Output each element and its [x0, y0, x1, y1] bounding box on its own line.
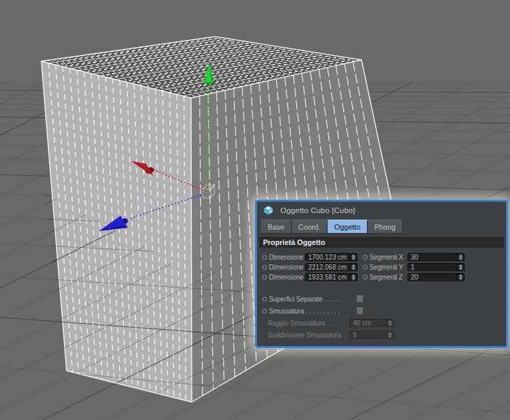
dimension-y-field[interactable]: 2212.068 cm — [305, 263, 358, 272]
anim-dot[interactable] — [363, 255, 368, 260]
fillet-radius-field: 40 cm — [350, 319, 394, 328]
segments-x-field[interactable]: 30 — [407, 253, 465, 262]
param-label: Segmenti Y — [370, 264, 407, 271]
fillet-checkbox[interactable] — [356, 308, 364, 315]
attribute-manager-panel: Oggetto Cubo [Cubo] Base Coord. Oggetto … — [255, 200, 508, 348]
anim-dot[interactable] — [262, 297, 267, 302]
cube-icon — [263, 205, 274, 216]
fillet-subdivision-field: 5 — [350, 331, 394, 340]
param-label: Smussatura . . . . . . . . . . — [269, 308, 356, 315]
segments-y-field[interactable]: 1 — [407, 263, 465, 272]
tab-bar: Base Coord. Oggetto Phong — [261, 220, 506, 234]
tab-base[interactable]: Base — [261, 220, 292, 234]
stepper-arrows[interactable] — [350, 254, 357, 262]
param-label: Raggio Smussatura . . . . — [268, 319, 350, 327]
anim-dot[interactable] — [262, 255, 267, 260]
anim-dot[interactable] — [363, 275, 368, 280]
param-label: Dimensione . X — [269, 254, 305, 261]
anim-dot[interactable] — [262, 275, 267, 280]
dimension-z-field[interactable]: 1933.581 cm — [305, 273, 358, 282]
stepper-arrows[interactable] — [350, 264, 357, 272]
stepper-arrows[interactable] — [350, 274, 357, 282]
section-header: Proprietà Oggetto — [259, 237, 504, 248]
stepper-arrows[interactable] — [457, 274, 464, 282]
param-row: Suddivisione Smussatura 5 — [257, 330, 394, 340]
tab-oggetto[interactable]: Oggetto — [328, 220, 368, 234]
param-row: Dimensione . Z 1933.581 cm Segmenti Z 20 — [257, 272, 465, 282]
param-label: Segmenti Z — [370, 274, 407, 281]
param-row: Dimensione . X 1700.123 cm Segmenti X 30 — [257, 252, 465, 262]
param-row: Smussatura . . . . . . . . . . — [257, 306, 364, 316]
anim-dot[interactable] — [363, 265, 368, 270]
param-row: Dimensione . Y 2212.068 cm Segmenti Y 1 — [257, 262, 465, 272]
stepper-arrows — [386, 331, 393, 339]
stepper-arrows[interactable] — [457, 254, 464, 262]
panel-titlebar: Oggetto Cubo [Cubo] — [257, 202, 506, 219]
param-label: Suddivisione Smussatura — [268, 331, 350, 339]
param-row: Superfici Separate . . . . . — [257, 294, 364, 304]
separate-surfaces-checkbox[interactable] — [356, 296, 364, 303]
stepper-arrows — [386, 319, 393, 327]
param-row: Raggio Smussatura . . . . 40 cm — [257, 318, 394, 328]
stepper-arrows[interactable] — [457, 264, 464, 272]
param-label: Dimensione . Y — [269, 264, 305, 271]
param-label: Segmenti X — [370, 254, 407, 261]
param-label: Superfici Separate . . . . . — [269, 296, 356, 303]
panel-title: Oggetto Cubo [Cubo] — [280, 206, 355, 214]
segments-z-field[interactable]: 20 — [407, 273, 465, 282]
param-label: Dimensione . Z — [269, 274, 305, 281]
anim-dot[interactable] — [262, 265, 267, 270]
dimension-x-field[interactable]: 1700.123 cm — [305, 253, 358, 262]
anim-dot[interactable] — [262, 309, 267, 314]
tab-phong[interactable]: Phong — [368, 220, 403, 234]
viewport-stage: Oggetto Cubo [Cubo] Base Coord. Oggetto … — [0, 0, 510, 420]
tab-coord[interactable]: Coord. — [292, 220, 328, 234]
